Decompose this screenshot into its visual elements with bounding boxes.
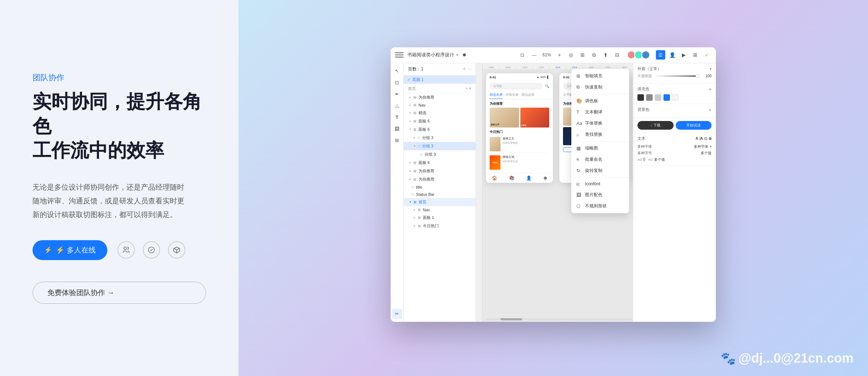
check-icon[interactable] (143, 241, 160, 259)
ctx-find-replace[interactable]: ⌕ 查找替换 (571, 129, 629, 140)
target-icon[interactable]: ◎ (566, 50, 576, 60)
online-button[interactable]: ⚡ ⚡ 多人在线 (33, 240, 107, 260)
layer-mianban-6b[interactable]: ▾ ⊞ 面板 6 (404, 125, 476, 134)
text-icon-1[interactable]: A (696, 137, 698, 141)
ctx-irregular-shape[interactable]: ⬡ 不规则形状 (571, 200, 629, 212)
app-topbar: 书籍阅读类小程序设计 ▾ ⊡ — 61% + ◎ ⊞ ⧉ ⬆ ⊟ (391, 47, 716, 63)
properties-panel: 外观（正常） ▾ 不透明度 100 填充色 + (633, 63, 716, 322)
text-add-icon[interactable]: ⊞ (709, 137, 712, 141)
color-blue[interactable] (663, 94, 670, 101)
nav-book-icon[interactable]: 📚 (509, 176, 515, 181)
tab-jingxuan[interactable]: 精选名著 (490, 91, 503, 99)
color-dark[interactable] (637, 94, 644, 101)
layer-tuijian-3[interactable]: ▸ ⊞ 为你推荐 (404, 175, 476, 183)
export-btn[interactable]: ↓ 下载 (637, 121, 674, 130)
page-check-icon: ✓ (407, 78, 410, 82)
book-cover-1 (490, 137, 500, 151)
search-input-home[interactable]: 云书架 (490, 83, 543, 90)
book-list-item-2: FIRE 燃烧之地 保护世界生态 (490, 154, 549, 171)
ctx-font-replace-label: 字体替换 (585, 120, 602, 126)
ctx-font-replace[interactable]: Aa 字体替换 (571, 118, 629, 129)
layer-title[interactable]: □ title (404, 183, 476, 191)
layer-statusbar[interactable]: □ Status Bar (404, 191, 476, 198)
layer-homepage[interactable]: ▾ ⊞ 首页 (404, 198, 476, 206)
layers-icon[interactable]: ⧉ (589, 50, 599, 60)
ctx-iconfont[interactable]: ic iconfont (571, 179, 629, 189)
text-icon-3[interactable]: ⊡ (704, 137, 707, 141)
layer-jingxuan[interactable]: ▸ ⊞ 精选 (404, 109, 476, 117)
layer-mianban-6a[interactable]: ▸ ⊞ 面板 6 (404, 117, 476, 125)
pen-tool[interactable]: ✒ (392, 89, 402, 99)
more-options-icon[interactable]: ··· (468, 66, 471, 72)
heading-line2: 工作流中的效率 (33, 138, 206, 163)
text-tool[interactable]: T (392, 112, 402, 122)
frame-tool[interactable]: ⊡ (518, 50, 527, 60)
users-icon[interactable] (117, 241, 135, 259)
ctx-quick-copy[interactable]: ⧉ 快速复制 (571, 82, 629, 93)
context-menu: ⊞ 智能填充 ⧉ 快速复制 🎨 调色板 T 文本翻译 Aa (571, 69, 629, 213)
grid-icon[interactable]: ⊞ (578, 50, 587, 60)
ctx-batch-rename[interactable]: ≡ 批量命名 (571, 154, 629, 165)
fill-header: 填充色 + (637, 86, 712, 92)
share-icon[interactable]: ⊞ (691, 50, 700, 60)
shape-tool[interactable]: △ (392, 101, 402, 111)
image-tool[interactable]: 🖼 (392, 124, 402, 134)
add-page-icon[interactable]: + (463, 66, 465, 72)
app-title: 书籍阅读类小程序设计 (407, 52, 454, 58)
move-tool[interactable]: ↖ (392, 66, 402, 76)
component-tool[interactable]: ⊞ (392, 135, 402, 146)
text-actions: A |A ⊡ ⊞ (696, 137, 712, 141)
color-light[interactable] (655, 94, 661, 101)
ctx-smart-fill[interactable]: ⊞ 智能填充 (571, 70, 629, 82)
add-user-icon[interactable]: 👤 (667, 50, 677, 60)
play-icon[interactable]: ▶ (679, 50, 688, 60)
menu-icon[interactable] (395, 51, 404, 59)
bg-add-icon[interactable]: + (709, 107, 712, 113)
minus-icon[interactable]: — (529, 50, 539, 60)
page-section-add[interactable]: + ≡ (465, 86, 471, 91)
layer-fenzu-3c[interactable]: □ 分组 3 (404, 150, 476, 159)
font-dropdown[interactable]: ▾ (710, 144, 712, 148)
tab-jingdian[interactable]: 经典名著 (506, 91, 519, 99)
plus-icon[interactable]: + (555, 50, 564, 60)
props-bg: 背景色 + (633, 104, 716, 118)
frame-tool-side[interactable]: ⊡ (392, 78, 402, 88)
active-tool[interactable]: ✏ (392, 309, 402, 319)
layer-jiari-hot[interactable]: ▸ ⊞ 今日热门 (404, 222, 476, 230)
nav-plus-icon[interactable]: ⊕ (543, 176, 547, 181)
ctx-img-color[interactable]: 🖼 图片配色 (571, 189, 629, 200)
preview-btn[interactable]: 开始试读 (676, 121, 712, 130)
ctx-thumbnail[interactable]: ▦ 缩略图 (571, 143, 629, 154)
nav-user-icon[interactable]: 👤 (526, 176, 532, 181)
color-gray[interactable] (646, 94, 653, 101)
nav-home-icon[interactable]: 🏠 (492, 176, 497, 181)
check-green-icon[interactable]: ✓ (702, 50, 712, 60)
cube-icon[interactable] (168, 241, 185, 259)
search-icon-home[interactable]: 🔍 (545, 84, 549, 88)
layer-tuijian-2[interactable]: ▸ ⊞ 为你推荐 (404, 167, 476, 175)
title-dropdown-icon[interactable]: ▾ (456, 53, 459, 57)
layer-mianban-6c[interactable]: ▸ ⊞ 面板 6 (404, 159, 476, 167)
text-icon-2[interactable]: |A (700, 137, 703, 141)
color-white[interactable] (672, 94, 679, 101)
ctx-translate[interactable]: T 文本翻译 (571, 107, 629, 118)
export-icon[interactable]: ⬆ (601, 50, 610, 60)
canvas-scrollbar[interactable] (486, 318, 633, 320)
ctx-palette[interactable]: 🎨 调色板 (571, 95, 629, 107)
opacity-slider[interactable] (654, 75, 699, 77)
online-button-label: ⚡ 多人在线 (56, 245, 96, 255)
crop-icon[interactable]: ⊟ (613, 50, 622, 60)
page-item-1[interactable]: ✓ 页面 1 (404, 75, 476, 84)
layer-nav-2[interactable]: ▸ ⊞ Nav (404, 206, 476, 213)
layer-fenzu-3b[interactable]: ▾ □ 分组 3 (404, 142, 476, 150)
layer-fenzu-3a[interactable]: ▸ □ 分组 3 (404, 134, 476, 142)
layer-nav-1[interactable]: ▸ ⊞ Nav (404, 101, 476, 109)
ctx-rotate-copy[interactable]: ↻ 旋转复制 (571, 165, 629, 176)
layer-tuijian-1[interactable]: ▸ ⊞ 为你推荐 (404, 93, 476, 101)
props-dropdown[interactable]: ▾ (710, 67, 712, 71)
trial-button[interactable]: 免费体验团队协作 → (33, 282, 206, 304)
fill-add-icon[interactable]: + (709, 86, 712, 92)
ctx-rotate-copy-label: 旋转复制 (585, 168, 602, 174)
layer-mianban-1[interactable]: ▸ ⊞ 面板 1 (404, 213, 476, 222)
tab-jingpin[interactable]: 精品品质 (521, 91, 534, 99)
